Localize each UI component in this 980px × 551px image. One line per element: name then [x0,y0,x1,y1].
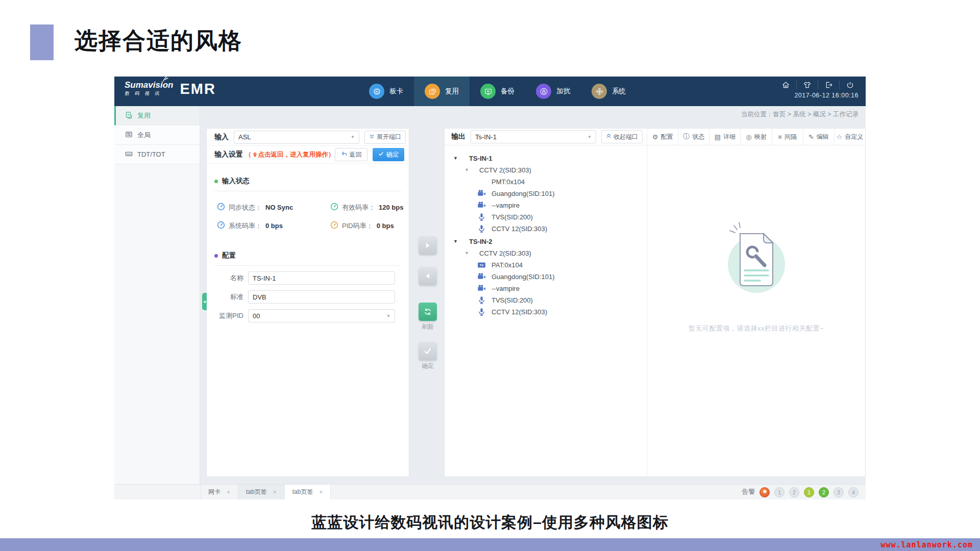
alarm-badge[interactable]: 2 [819,487,829,497]
tree-node-pat[interactable]: TVPAT:0x104 [445,259,647,271]
alarm-badge[interactable]: 2 [789,487,799,497]
output-port-select[interactable]: Ts-IN-1 ▼ [471,130,596,143]
alarm-badge[interactable]: 1 [774,487,785,497]
monitor-pid-select[interactable]: 00 ▼ [248,309,395,322]
sliders-icon [125,131,133,140]
tab-page-2[interactable]: tab页签 × [285,485,331,499]
name-field[interactable] [248,271,395,285]
caret-down-icon[interactable]: ▼ [453,236,458,247]
input-panel-title: 输入 [214,133,229,142]
alarm-badge[interactable]: 3 [834,487,844,497]
tree-node-audio[interactable]: CCTV 12(SID:303) [445,223,647,235]
expand-ports-button[interactable]: 展开端口 [364,131,406,144]
tab-page-1[interactable]: tab页签 × [238,485,285,499]
close-tab-icon[interactable]: × [273,489,277,496]
tree-node-video[interactable]: --vampire [445,283,647,294]
tree-node-ts-in-1[interactable]: ▼TS-IN-1 [445,153,647,164]
input-port-select[interactable]: ASL ▼ [234,131,359,144]
toolbar-edit-button[interactable]: ✎编辑 [803,129,834,145]
logout-icon[interactable] [818,81,839,89]
toolbar-config-button[interactable]: ⚙配置 [647,129,678,145]
close-tab-icon[interactable]: × [319,489,323,496]
move-right-button[interactable] [419,236,437,255]
sidebar-item-tdt-tot[interactable]: TDT/TOT [114,145,200,164]
add-tab-icon[interactable]: + [227,489,230,496]
nav-label: 板卡 [389,87,403,96]
nav-tab-system[interactable]: 系统 [581,77,636,106]
tree-node-audio[interactable]: TVS(SID:200) [445,211,647,223]
check-icon [378,151,384,158]
alarm-bell-icon[interactable] [760,487,770,497]
slide-caption: 蓝蓝设计给数码视讯的设计案例–使用多种风格图标 [0,512,980,533]
divider [214,265,401,266]
nav-tab-board[interactable]: 板卡 [358,77,414,106]
tree-node-video[interactable]: Guangdong(SID:101) [445,188,647,199]
tab-netcard[interactable]: 网卡 + [200,485,238,499]
refresh-label: 刷新 [419,322,437,331]
system-nodes-icon [592,84,607,99]
input-settings-title: 输入设置 [214,150,243,159]
sidebar-item-label: 复用 [137,111,151,120]
toolbar-mapping-button[interactable]: ◎映射 [740,129,771,145]
slide: 选择合适的风格 Sumavision 数 码 视 讯 EMR [0,0,980,551]
field-label: 名称 [214,273,243,283]
output-tree: ▼TS-IN-1 ▼CCTV 2(SID:303) PMT:0x104 Guan… [445,145,647,477]
panel-collapse-handle[interactable]: ◄ [202,293,207,310]
back-button[interactable]: 返回 [335,148,368,161]
header-right: 2017-06-12 16:00:16 [775,81,861,99]
empty-state-document-wrench-icon [716,214,797,303]
sidebar: 复用 全局 TDT/TOT [114,106,200,484]
caret-down-icon[interactable]: ▼ [453,153,458,164]
input-status-grid: 同步状态：NO Sync 有效码率：120 bps 系统码率：0 bps [217,203,409,231]
nav-label: 备份 [501,87,514,96]
config-section-header: 配置 [214,251,401,260]
header-datetime: 2017-06-12 16:00:16 [775,92,861,99]
tree-node-video[interactable]: Guangdong(SID:101) [445,271,647,283]
tree-node-pmt[interactable]: PMT:0x104 [445,176,647,188]
confirm-button[interactable]: 确定 [373,148,404,161]
settings-hint: （ 点击返回，进入复用操作 ） [245,151,335,159]
config-field-standard: 标准 [214,290,401,304]
nav-tab-scramble[interactable]: 加扰 [525,77,581,106]
chevron-down-icon: ▼ [386,314,390,318]
output-header-row: 输出 Ts-IN-1 ▼ 收起端口 ⚙配置 ⓘ状态 ▤详细 [445,129,865,145]
caret-down-icon[interactable]: ▼ [464,247,469,259]
output-toolbar: ⚙配置 ⓘ状态 ▤详细 ◎映射 ≡间隔 ✎编辑 ☆自定义 [647,129,865,145]
power-icon[interactable] [839,81,861,89]
toolbar-interval-button[interactable]: ≡间隔 [772,129,803,145]
alarm-badge[interactable]: 1 [804,487,814,497]
bottom-tabs: 网卡 + tab页签 × tab页签 × [200,485,331,499]
tree-node-program[interactable]: ▼CCTV 2(SID:303) [445,164,647,176]
tree-node-ts-in-2[interactable]: ▼TS-IN-2 [445,236,647,247]
tree-node-program[interactable]: ▼CCTV 2(SID:303) [445,247,647,259]
tree-node-video[interactable]: --vampire [445,199,647,211]
logo-swoosh-icon [162,75,169,84]
stat-system-rate: 系统码率：0 bps [217,221,330,231]
transfer-confirm-button[interactable] [419,342,437,360]
gear-icon: ⚙ [652,133,658,141]
nav-tab-multiplex[interactable]: 复用 [414,77,470,106]
toolbar-detail-button[interactable]: ▤详细 [709,129,740,145]
tree-node-audio[interactable]: CCTV 12(SID:303) [445,306,647,318]
standard-field[interactable] [248,290,395,304]
refresh-button[interactable] [419,303,437,321]
sync-gauge-icon [217,203,225,212]
title-accent-square [30,24,54,60]
main-nav: 板卡 复用 备份 加扰 [358,77,636,106]
system-gauge-icon [217,221,225,231]
home-icon[interactable] [775,81,796,89]
chevron-down-icon: ▼ [587,135,592,139]
sidebar-item-global[interactable]: 全局 [114,126,200,145]
scramble-lock-icon [536,84,551,99]
video-camera-icon [477,189,486,198]
collapse-ports-button[interactable]: 收起端口 [601,130,643,143]
toolbar-status-button[interactable]: ⓘ状态 [678,129,709,145]
toolbar-custom-button[interactable]: ☆自定义 [834,129,865,145]
move-left-button[interactable] [419,267,437,285]
caret-down-icon[interactable]: ▼ [464,164,469,176]
theme-shirt-icon[interactable] [796,81,818,89]
alarm-badge[interactable]: 4 [848,487,859,497]
nav-tab-backup[interactable]: 备份 [470,77,525,106]
sidebar-item-multiplex[interactable]: 复用 [114,106,200,126]
tree-node-audio[interactable]: TVS(SID:200) [445,294,647,306]
